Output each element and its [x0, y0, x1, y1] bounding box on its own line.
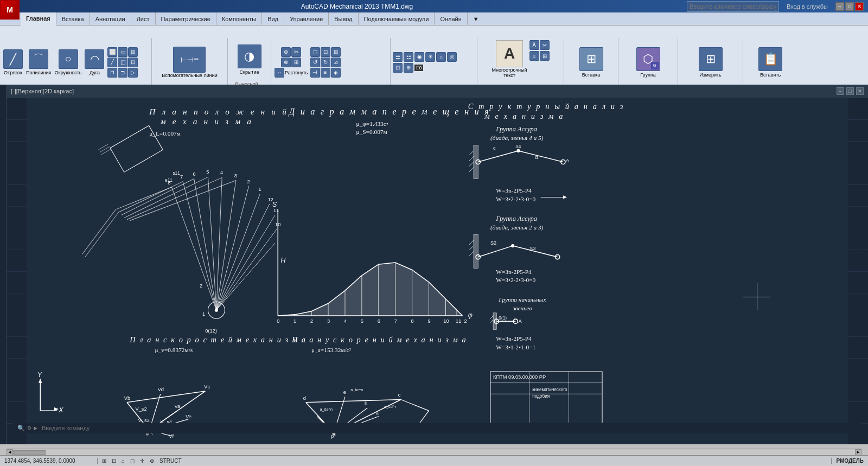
measure-tool[interactable]: ⊞ — [699, 47, 723, 71]
edit-r5[interactable]: ↻ — [321, 58, 330, 67]
svg-text:d: d — [303, 395, 306, 401]
status-btn-struct[interactable]: STRUCT — [157, 457, 184, 464]
horizontal-scrollbar[interactable]: ◄ ► — [7, 449, 861, 455]
layer-tool-6[interactable]: ◎ — [447, 52, 457, 62]
aux-lines-tool[interactable]: ⊢⊣≡≡ — [173, 47, 206, 73]
svg-text:X: X — [58, 406, 63, 414]
hscroll-left-button[interactable]: ◄ — [7, 449, 13, 456]
aux-lines-label: Вспомогательные линии — [162, 73, 217, 78]
drawing-canvas[interactable]: П л а н п о л о ж е н и й м е х а н и з … — [7, 98, 868, 444]
anno-t3[interactable]: ≡ — [529, 51, 539, 61]
draw-tool-3[interactable]: ⊞ — [128, 47, 138, 57]
viewport-minimize[interactable]: − — [837, 87, 844, 95]
line-label: Отрезок — [4, 70, 22, 75]
title-center: AutoCAD Mechanical 2013 TMM1.dwg — [27, 3, 687, 10]
draw-tool-7[interactable]: ⊓ — [107, 68, 117, 78]
tab-plugins[interactable]: Подключаемые модули — [359, 12, 435, 25]
tab-extra[interactable]: ▼ — [468, 12, 484, 25]
draw-tool-4[interactable]: ╱ — [107, 58, 117, 67]
edit-tool-4[interactable]: ⊞ — [291, 58, 301, 67]
viewport-maximize[interactable]: □ — [846, 87, 854, 95]
tab-insert[interactable]: Вставка — [56, 12, 90, 25]
edit-r9[interactable]: ◈ — [331, 68, 341, 78]
hscroll-right-button[interactable]: ► — [855, 449, 861, 456]
hide-tool[interactable]: ◑ — [238, 44, 261, 68]
layer-tool-4[interactable]: ☀ — [425, 52, 435, 62]
stretch-tool[interactable]: ↔ — [275, 68, 284, 78]
edit-r4[interactable]: ↺ — [310, 58, 320, 67]
command-input-area[interactable]: 🔍 ⚙ ▶ — [13, 423, 861, 433]
edit-r6[interactable]: ⊿ — [331, 58, 341, 67]
edit-r3[interactable]: ⊞ — [331, 47, 341, 57]
tab-view[interactable]: Вид — [262, 12, 284, 25]
arc-tool[interactable]: ◠ — [85, 49, 104, 69]
cmd-settings-icon[interactable]: ⚙ — [27, 425, 31, 431]
anno-t4[interactable]: ⊞ — [540, 51, 550, 61]
app-menu-button[interactable]: M — [0, 0, 20, 20]
model-space-indicator[interactable]: РМОДЕЛЬ — [831, 458, 868, 464]
layer-tool-1[interactable]: ☰ — [393, 52, 403, 62]
tab-annotations[interactable]: Аннотации — [90, 12, 131, 25]
hscroll-track[interactable] — [13, 450, 855, 455]
tab-sheet[interactable]: Лист — [131, 12, 156, 25]
svg-text:6: 6 — [378, 318, 380, 324]
tab-output[interactable]: Вывод — [329, 12, 358, 25]
circle-tool[interactable]: ○ — [59, 49, 78, 69]
restore-button[interactable]: □ — [845, 2, 854, 11]
edit-r2[interactable]: ⊡ — [321, 47, 330, 57]
edit-r1[interactable]: ◻ — [310, 47, 320, 57]
anno-t2[interactable]: ✂ — [540, 40, 550, 50]
draw-tool-8[interactable]: ⊐ — [118, 68, 127, 78]
tab-parametric[interactable]: Параметрические — [156, 12, 216, 25]
edit-r7[interactable]: ⊣ — [310, 68, 320, 78]
tab-online[interactable]: Онлайн — [435, 12, 467, 25]
status-btn-4[interactable]: ◻ — [128, 457, 137, 464]
svg-text:Vf: Vf — [169, 433, 174, 439]
status-btn-3[interactable]: ⌂ — [119, 457, 127, 464]
svg-text:кинематического: кинематического — [532, 387, 567, 392]
close-button[interactable]: ✕ — [855, 2, 864, 11]
multiline-text-tool[interactable]: A — [496, 40, 523, 67]
hscroll-thumb[interactable] — [13, 450, 46, 455]
status-btn-2[interactable]: ⊡ — [110, 457, 118, 464]
layer-tool-2[interactable]: ☷ — [404, 52, 413, 62]
tab-manage[interactable]: Управление — [284, 12, 329, 25]
status-btn-5[interactable]: ✛ — [138, 457, 146, 464]
status-btn-1[interactable]: ⊞ — [100, 457, 108, 464]
layer-tool-8[interactable]: ⊕ — [404, 63, 413, 73]
svg-text:Va: Va — [175, 404, 181, 409]
polyline-tool[interactable]: ⌒ — [29, 49, 48, 69]
anno-t1[interactable]: Â — [529, 40, 539, 50]
cmd-search-icon[interactable]: 🔍 — [17, 425, 25, 432]
edit-tool-3[interactable]: ⊗ — [281, 58, 291, 67]
insert-block-tool[interactable]: ⊞ — [579, 47, 603, 71]
minimize-button[interactable]: − — [835, 2, 844, 11]
draw-tool-5[interactable]: ◫ — [118, 58, 127, 67]
svg-text:Vc: Vc — [204, 384, 210, 390]
layer-tool-3[interactable]: ◉ — [414, 52, 424, 62]
line-tool[interactable]: ╱ — [3, 49, 23, 69]
paste-tool[interactable]: 📋 — [758, 47, 782, 71]
layer-tool-5[interactable]: ☼ — [436, 52, 446, 62]
status-btn-6[interactable]: ⊕ — [148, 457, 156, 464]
text-label: Многострочныйтекст — [492, 67, 527, 78]
tab-home[interactable]: Главная — [21, 12, 56, 25]
layer-counter: □0 — [414, 65, 423, 71]
draw-tool-2[interactable]: ▭ — [118, 47, 127, 57]
viewport-close[interactable]: ✕ — [856, 87, 864, 95]
svg-text:H: H — [280, 257, 285, 264]
svg-rect-0 — [26, 98, 848, 444]
draw-tool-9[interactable]: ▷ — [128, 68, 138, 78]
arc-label: Дуга — [90, 70, 100, 75]
layer-tool-7[interactable]: ⊡ — [393, 63, 403, 73]
svg-text:s11: s11 — [173, 171, 181, 176]
tab-components[interactable]: Компоненты — [216, 12, 262, 25]
edit-r8[interactable]: ≡ — [321, 68, 330, 78]
edit-tool-1[interactable]: ⊕ — [281, 47, 291, 57]
draw-tool-1[interactable]: ⬜ — [107, 47, 117, 57]
edit-tool-2[interactable]: ✂ — [291, 47, 301, 57]
draw-tool-6[interactable]: ⊡ — [128, 58, 138, 67]
title-search-input[interactable] — [687, 1, 779, 12]
command-input[interactable] — [42, 425, 857, 431]
group-tool[interactable]: G ⬡ — [636, 47, 660, 71]
